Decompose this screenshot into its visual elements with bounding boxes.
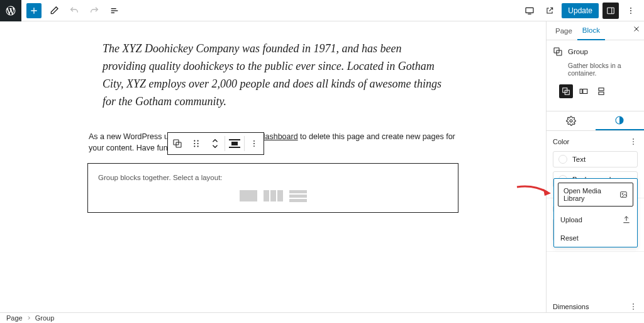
svg-point-33	[633, 139, 634, 140]
image-icon	[619, 190, 628, 199]
wordpress-logo[interactable]	[0, 0, 21, 21]
options-menu-button[interactable]	[623, 3, 639, 19]
inspector-tab-styles[interactable]	[596, 111, 645, 130]
svg-rect-5	[608, 8, 614, 13]
upload-icon	[622, 215, 631, 224]
block-type-button[interactable]	[168, 133, 187, 154]
breadcrumb-group[interactable]: Group	[35, 314, 55, 322]
upload-item[interactable]: Upload	[554, 210, 637, 229]
variant-group[interactable]	[559, 84, 573, 98]
background-image-dropdown: Open Media Library Upload Reset	[553, 178, 638, 247]
styles-icon	[614, 115, 625, 125]
svg-point-17	[197, 145, 199, 147]
group-block-icon	[553, 47, 563, 57]
svg-point-16	[194, 145, 195, 147]
quote-block[interactable]: The XYZ Doohickey Company was founded in…	[87, 29, 458, 122]
svg-point-34	[633, 141, 634, 142]
tools-edit-icon[interactable]	[47, 3, 62, 18]
dimensions-heading: Dimensions	[553, 303, 589, 310]
settings-panel-toggle[interactable]	[602, 3, 619, 19]
svg-rect-30	[599, 92, 604, 94]
redo-button[interactable]	[87, 3, 102, 18]
reset-item[interactable]: Reset	[554, 229, 637, 247]
block-description: Gather blocks in a container.	[553, 62, 638, 77]
svg-point-41	[633, 309, 634, 310]
block-toolbar	[167, 132, 264, 155]
svg-rect-59	[621, 192, 627, 198]
svg-point-14	[194, 143, 195, 144]
svg-point-8	[630, 10, 631, 11]
quote-text: The XYZ Doohickey Company was founded in…	[103, 40, 443, 111]
block-options-button[interactable]	[245, 133, 264, 154]
svg-point-35	[633, 144, 634, 145]
editor-top-bar: Update	[0, 0, 644, 21]
editor-canvas: The XYZ Doohickey Company was founded in…	[0, 21, 546, 312]
svg-point-60	[622, 193, 623, 195]
paragraph-block[interactable]: As a new WordPress user, you should go t…	[87, 131, 458, 155]
block-breadcrumb: Page Group	[0, 312, 644, 323]
chevron-right-icon	[26, 315, 31, 320]
svg-point-9	[630, 13, 631, 14]
layout-group[interactable]	[240, 190, 257, 202]
svg-point-12	[194, 140, 195, 142]
svg-point-13	[197, 140, 199, 142]
color-heading: Color	[553, 138, 569, 145]
svg-point-15	[197, 143, 199, 144]
svg-rect-29	[599, 88, 604, 91]
document-overview-button[interactable]	[107, 3, 122, 18]
tab-page[interactable]: Page	[550, 21, 577, 40]
align-button[interactable]	[225, 133, 244, 154]
svg-point-39	[633, 303, 634, 305]
svg-point-18	[253, 140, 255, 142]
svg-point-40	[633, 306, 634, 307]
svg-point-19	[253, 143, 255, 144]
variant-row[interactable]	[577, 84, 591, 98]
move-up-down-button[interactable]	[206, 133, 225, 154]
variant-stack[interactable]	[594, 84, 608, 98]
open-media-library-item[interactable]: Open Media Library	[558, 183, 633, 207]
group-placeholder-label: Group blocks together. Select a layout:	[98, 174, 448, 181]
block-inserter-button[interactable]	[26, 3, 42, 18]
update-button[interactable]: Update	[562, 3, 599, 18]
view-page-icon[interactable]	[541, 3, 558, 19]
gear-icon	[566, 116, 576, 126]
tab-block[interactable]: Block	[577, 21, 605, 40]
view-desktop-icon[interactable]	[521, 3, 538, 19]
dimensions-options-icon[interactable]	[629, 302, 638, 311]
inspector-tab-settings[interactable]	[547, 111, 596, 130]
color-text-row[interactable]: Text	[553, 151, 638, 167]
block-title: Group	[568, 48, 588, 55]
drag-handle[interactable]	[187, 133, 206, 154]
color-options-icon[interactable]	[629, 137, 638, 146]
layout-stack[interactable]	[289, 190, 307, 202]
svg-point-20	[253, 145, 255, 147]
sidebar-close-icon[interactable]	[633, 25, 640, 33]
group-block-placeholder[interactable]: Group blocks together. Select a layout:	[87, 163, 458, 213]
layout-row[interactable]	[264, 190, 283, 202]
svg-rect-28	[583, 89, 587, 94]
svg-rect-3	[526, 8, 533, 13]
breadcrumb-page[interactable]: Page	[6, 314, 23, 322]
svg-rect-27	[580, 89, 582, 94]
undo-button[interactable]	[67, 3, 82, 18]
svg-point-7	[630, 7, 631, 8]
svg-point-31	[570, 120, 572, 122]
settings-sidebar: Page Block Group Gather blocks in a cont…	[546, 21, 644, 312]
